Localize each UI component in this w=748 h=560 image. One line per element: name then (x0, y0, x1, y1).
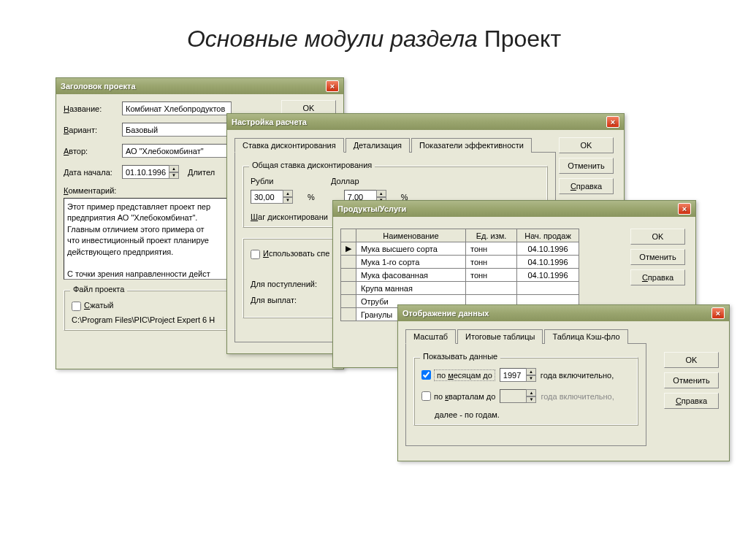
variant-input[interactable] (122, 123, 232, 137)
col-unit: Ед. изм. (466, 229, 517, 242)
table-row[interactable]: Мука фасованнаятонн04.10.1996 (341, 269, 579, 282)
rub-input[interactable] (251, 190, 283, 204)
tab-detail[interactable]: Детализация (346, 138, 410, 153)
spin-up-icon[interactable]: ▲ (526, 368, 536, 375)
help-button[interactable]: Справка (664, 393, 719, 409)
tabs: Ставка дисконтирования Детализация Показ… (234, 137, 556, 153)
further-label: далее - по годам. (435, 410, 630, 419)
titlebar: Отображение данных × (398, 305, 729, 321)
tab-scale[interactable]: Масштаб (405, 329, 456, 344)
by-quarter-label: по кварталам до (434, 392, 495, 401)
spin-up-icon: ▲ (526, 389, 536, 396)
window-title: Заголовок проекта (61, 82, 136, 91)
compressed-label: Сжатый (84, 301, 114, 310)
use-special-label: Использовать спе (263, 249, 329, 258)
ok-button[interactable]: OK (559, 137, 614, 153)
outcome-label: Для выплат: (251, 296, 331, 304)
ok-button[interactable]: OK (630, 229, 685, 245)
tab-cashflow[interactable]: Таблица Кэш-фло (544, 329, 627, 344)
help-button[interactable]: Справка (630, 269, 685, 285)
col-name: Наименование (356, 229, 466, 242)
by-month-label: по месяцам до (434, 369, 495, 381)
usd-label: Доллар (331, 177, 359, 185)
author-input[interactable] (122, 144, 232, 158)
table-row[interactable]: Мука 1-го сортатонн04.10.1996 (341, 256, 579, 269)
row-header (341, 229, 356, 242)
title-italic: Основные модули раздела (187, 26, 484, 52)
use-special-checkbox[interactable] (251, 250, 260, 259)
date-spinner[interactable]: ▲▼ (122, 165, 179, 179)
close-icon[interactable]: × (606, 116, 619, 128)
close-icon[interactable]: × (711, 307, 725, 319)
window-display-data: Отображение данных × OK Отменить Справка… (397, 304, 730, 461)
file-group-label: Файл проекта (70, 285, 127, 294)
year-suffix-2: года включительно, (541, 392, 614, 401)
titlebar: Продукты/Услуги × (333, 201, 695, 217)
by-month-checkbox[interactable] (421, 370, 431, 380)
ok-button[interactable]: OK (664, 352, 719, 368)
income-label: Для поступлений: (251, 280, 331, 288)
spin-down-icon[interactable]: ▼ (283, 197, 293, 204)
table-row[interactable]: Крупа манная (341, 282, 579, 295)
rub-spinner[interactable]: ▲▼ (251, 190, 293, 204)
tab-discount[interactable]: Ставка дисконтирования (234, 138, 344, 153)
name-input[interactable] (122, 101, 232, 115)
compressed-checkbox[interactable] (72, 302, 81, 311)
close-icon[interactable]: × (678, 203, 691, 215)
titlebar: Заголовок проекта × (56, 78, 343, 94)
year-input[interactable] (500, 368, 526, 382)
quarter-year-input (500, 389, 526, 403)
variant-label: Вариант: (64, 126, 122, 134)
spin-up-icon[interactable]: ▲ (376, 190, 386, 197)
titlebar: Настройка расчета × (227, 114, 624, 130)
title-normal: Проект (484, 26, 561, 52)
discount-group-label: Общая ставка дисконтирования (249, 161, 375, 169)
duration-label: Длител (188, 168, 215, 177)
close-icon[interactable]: × (326, 80, 339, 92)
col-date: Нач. продаж (517, 229, 579, 242)
spin-up-icon[interactable]: ▲ (169, 165, 179, 172)
cancel-button[interactable]: Отменить (559, 158, 614, 174)
table-row[interactable]: ▶Мука высшего сортатонн04.10.1996 (341, 242, 579, 256)
tabs: Масштаб Итоговые таблицы Таблица Кэш-фло (405, 329, 646, 344)
rub-label: Рубли (251, 177, 287, 185)
date-label: Дата начала: (64, 168, 122, 177)
help-button[interactable]: Справка (559, 178, 614, 194)
show-data-group: Показывать данные (420, 352, 500, 361)
by-quarter-checkbox[interactable] (421, 391, 431, 401)
window-title: Настройка расчета (232, 118, 307, 126)
cancel-button[interactable]: Отменить (630, 249, 685, 265)
year-suffix: года включительно, (541, 371, 614, 380)
author-label: Автор: (64, 147, 122, 156)
tab-efficiency[interactable]: Показатели эффективности (411, 138, 532, 153)
slide-title: Основные модули раздела Проект (0, 26, 748, 53)
tab-summary[interactable]: Итоговые таблицы (457, 329, 543, 344)
spin-down-icon[interactable]: ▼ (169, 172, 179, 180)
spin-down-icon: ▼ (526, 396, 536, 404)
spin-down-icon[interactable]: ▼ (526, 375, 536, 383)
date-input[interactable] (122, 165, 169, 179)
window-title: Продукты/Услуги (337, 204, 406, 213)
pct-label: % (308, 193, 315, 202)
name-label: Название: (64, 104, 122, 113)
window-title: Отображение данных (402, 309, 489, 318)
cancel-button[interactable]: Отменить (664, 372, 719, 388)
spin-up-icon[interactable]: ▲ (283, 190, 293, 197)
